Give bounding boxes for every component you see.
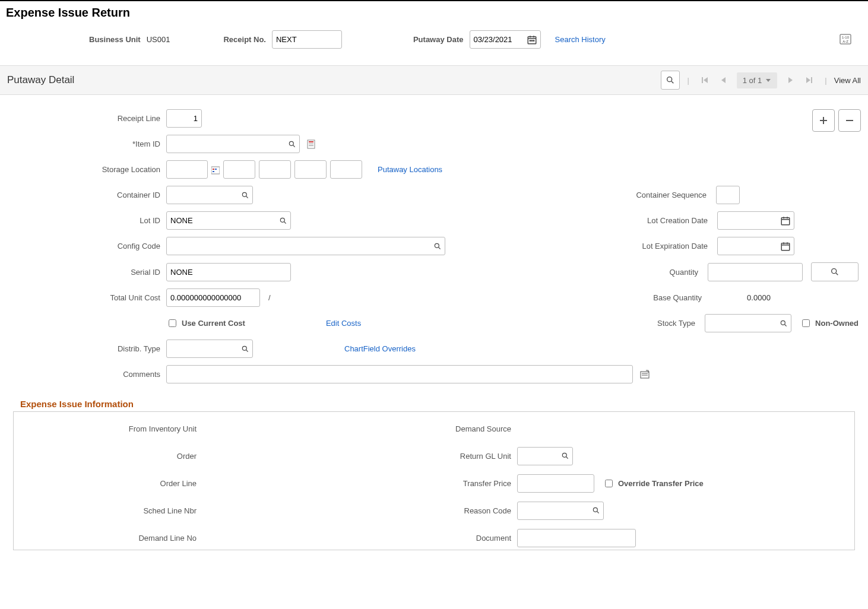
business-unit-label: Business Unit [89,35,141,44]
container-sequence-input[interactable] [716,186,740,204]
chartfield-overrides-link[interactable]: ChartField Overrides [344,344,416,353]
svg-rect-26 [309,144,313,144]
putaway-locations-link[interactable]: Putaway Locations [378,165,442,174]
find-icon[interactable] [661,71,680,90]
svg-marker-14 [721,77,726,83]
prev-page-icon[interactable] [715,72,732,88]
demand-source-label: Demand Source [434,424,517,433]
stock-type-label: Stock Type [594,319,701,328]
svg-point-6 [533,40,534,41]
divider: | [687,76,689,85]
container-id-input[interactable] [166,186,253,204]
page-title: Expense Issue Return [0,1,868,26]
base-quantity-value: 0.0000 [711,293,806,302]
document-input[interactable] [517,529,636,547]
storage-location-label: Storage Location [6,165,166,174]
page-indicator-text: 1 of 1 [743,76,762,85]
svg-rect-18 [811,77,812,83]
calendar-icon[interactable] [779,240,792,253]
svg-point-10 [667,77,672,82]
calendar-icon[interactable] [525,33,538,46]
document-label: Document [434,534,517,543]
svg-rect-29 [213,169,214,170]
receipt-line-label: Receipt Line [6,114,166,123]
calendar-icon[interactable] [779,214,792,227]
view-all-link[interactable]: View All [834,76,861,85]
related-actions-icon[interactable]: 1-10A-Z [840,34,851,46]
order-line-label: Order Line [18,479,202,488]
svg-rect-31 [213,171,214,172]
lot-id-input[interactable] [166,211,291,230]
serial-id-label: Serial ID [6,268,166,277]
comments-input[interactable] [166,365,633,383]
divider: | [825,76,826,85]
first-page-icon[interactable] [696,72,713,88]
header-row: Business Unit US001 Receipt No. Putaway … [0,26,868,65]
from-inventory-unit-label: From Inventory Unit [18,424,202,433]
reason-code-input[interactable] [517,502,604,520]
item-detail-icon[interactable] [307,139,315,149]
edit-costs-link[interactable]: Edit Costs [326,319,361,328]
storage-loc-4-input[interactable] [294,160,327,179]
comments-expand-icon[interactable] [640,370,650,379]
item-id-input[interactable] [166,135,300,153]
svg-rect-12 [702,77,703,83]
stock-type-input[interactable] [705,314,791,332]
sched-line-nbr-label: Sched Line Nbr [18,506,202,515]
transfer-price-label: Transfer Price [434,479,517,488]
svg-rect-28 [211,167,220,174]
form-body: Receipt Line *Item ID Storage Location [0,95,868,556]
lot-creation-date-label: Lot Creation Date [607,216,714,225]
config-code-input[interactable] [166,237,445,255]
container-id-label: Container ID [6,191,166,199]
storage-location-lookup-icon[interactable] [211,165,220,175]
svg-rect-25 [309,141,313,142]
override-transfer-price-checkbox[interactable]: Override Transfer Price [603,478,704,489]
transfer-price-input[interactable] [517,474,594,493]
delete-row-button[interactable] [838,109,861,132]
order-label: Order [18,452,202,461]
storage-loc-3-input[interactable] [259,160,291,179]
use-current-cost-checkbox[interactable]: Use Current Cost [166,318,245,329]
config-code-label: Config Code [6,242,166,250]
add-row-button[interactable] [812,109,835,132]
base-quantity-label: Base Quantity [601,293,708,302]
receipt-no-label: Receipt No. [223,35,266,44]
svg-text:1-10: 1-10 [842,36,850,39]
quantity-lookup-button[interactable] [811,262,859,281]
expense-section-title: Expense Issue Information [6,391,862,411]
svg-point-5 [531,40,533,41]
comments-label: Comments [6,370,166,379]
cost-separator: / [268,293,271,302]
lot-id-label: Lot ID [6,216,166,225]
return-gl-unit-label: Return GL Unit [434,452,517,461]
storage-loc-2-input[interactable] [223,160,255,179]
quantity-input[interactable] [708,263,803,281]
page-indicator[interactable]: 1 of 1 [737,72,778,88]
receipt-no-input[interactable] [272,30,342,49]
receipt-line-input[interactable] [166,109,202,128]
non-owned-checkbox[interactable]: Non-Owned [800,318,859,329]
use-current-cost-label: Use Current Cost [182,319,245,328]
return-gl-unit-input[interactable] [517,447,573,465]
container-sequence-label: Container Sequence [606,191,712,199]
svg-point-46 [832,269,837,274]
last-page-icon[interactable] [801,72,818,88]
storage-loc-5-input[interactable] [330,160,362,179]
distrib-type-input[interactable] [166,340,253,358]
distrib-type-label: Distrib. Type [6,344,166,353]
non-owned-label: Non-Owned [815,319,859,328]
total-unit-cost-label: Total Unit Cost [6,293,166,302]
total-unit-cost-input[interactable] [166,288,260,307]
search-history-link[interactable]: Search History [555,35,606,44]
grid-header: Putaway Detail | 1 of 1 | View All [0,65,868,95]
svg-point-4 [530,40,531,41]
business-unit-value: US001 [147,35,170,44]
svg-text:A-Z: A-Z [842,40,848,43]
next-page-icon[interactable] [782,72,799,88]
serial-id-input[interactable] [166,263,291,281]
svg-marker-16 [788,77,793,83]
storage-loc-1-input[interactable] [166,160,208,179]
grid-nav: | 1 of 1 | View All [661,71,861,90]
svg-rect-30 [215,169,217,170]
